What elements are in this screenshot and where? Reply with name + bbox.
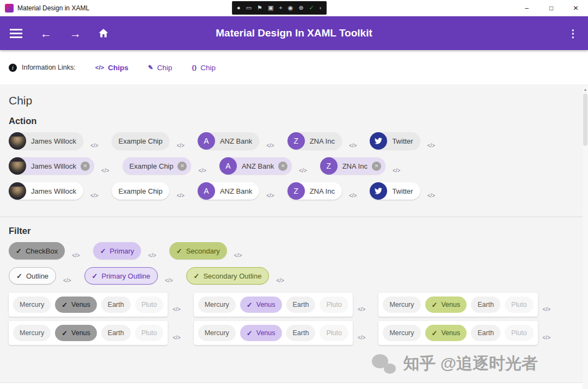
- choice-chip-earth[interactable]: Earth: [286, 325, 316, 341]
- filter-chip-outline[interactable]: ✓ Outline: [9, 267, 56, 285]
- filter-chip-checkbox[interactable]: ✓ CheckBox: [9, 242, 65, 260]
- code-sample-icon[interactable]: </>: [393, 168, 400, 174]
- disc-icon[interactable]: ◉: [288, 5, 293, 11]
- choice-chip-venus-selected[interactable]: ✓Venus: [55, 325, 97, 341]
- forward-icon[interactable]: →: [70, 28, 81, 39]
- chip-example[interactable]: Example Chip: [112, 132, 170, 150]
- code-sample-icon[interactable]: </>: [427, 143, 435, 149]
- app-title: Material Design In XAML Toolkit: [216, 27, 372, 39]
- choice-chip-earth[interactable]: Earth: [471, 325, 500, 341]
- choice-chip-mercury[interactable]: Mercury: [198, 325, 236, 341]
- choice-chip-mercury[interactable]: Mercury: [13, 325, 51, 341]
- minimize-button[interactable]: –: [514, 0, 539, 16]
- choice-chip-mercury[interactable]: Mercury: [383, 325, 420, 341]
- code-sample-icon[interactable]: </>: [358, 335, 365, 341]
- choice-chip-venus-selected[interactable]: ✓Venus: [55, 297, 97, 313]
- record-icon[interactable]: ●: [237, 5, 241, 11]
- code-sample-icon[interactable]: </>: [543, 306, 550, 312]
- code-sample-icon[interactable]: </>: [176, 193, 184, 199]
- filter-chip-secondary-outline[interactable]: ✓ Secondary Outline: [186, 267, 270, 285]
- collapse-icon[interactable]: ‹: [320, 5, 322, 11]
- code-sample-icon[interactable]: </>: [101, 168, 109, 174]
- choice-chip-mercury[interactable]: Mercury: [198, 297, 236, 313]
- link-chips[interactable]: </> Chips: [95, 64, 128, 72]
- chip-label: Venus: [441, 301, 460, 308]
- choice-chip-pluto-disabled: Pluto: [135, 325, 164, 341]
- code-sample-icon[interactable]: </>: [90, 193, 98, 199]
- code-sample-icon[interactable]: </>: [173, 335, 180, 341]
- choice-chip-mercury[interactable]: Mercury: [383, 297, 420, 313]
- choice-chip-pluto-disabled: Pluto: [320, 325, 348, 341]
- more-options-icon[interactable]: ⋮: [568, 27, 578, 40]
- code-sample-icon[interactable]: </>: [266, 193, 274, 199]
- filter-chip-primary-outline[interactable]: ✓ Primary Outline: [84, 267, 158, 285]
- flag-icon[interactable]: ⚑: [257, 5, 262, 11]
- code-sample-icon[interactable]: </>: [173, 306, 180, 312]
- choice-chip-venus-selected[interactable]: ✓Venus: [240, 297, 282, 313]
- code-sample-icon[interactable]: </>: [427, 193, 435, 199]
- choice-chip-pluto-disabled: Pluto: [135, 297, 164, 313]
- choice-chip-earth[interactable]: Earth: [101, 297, 131, 313]
- code-sample-icon[interactable]: </>: [176, 143, 184, 149]
- maximize-button[interactable]: □: [539, 0, 564, 16]
- code-sample-icon[interactable]: </>: [90, 143, 98, 149]
- code-sample-icon[interactable]: </>: [266, 143, 274, 149]
- home-icon[interactable]: [98, 28, 109, 39]
- chip-james-willock-deletable[interactable]: James Willock ✕: [9, 157, 94, 175]
- back-icon[interactable]: ←: [40, 28, 52, 39]
- code-sample-icon[interactable]: </>: [299, 168, 307, 174]
- code-sample-icon[interactable]: </>: [349, 143, 357, 149]
- action-row-2: James Willock ✕ </> Example Chip ✕ </> A…: [9, 153, 579, 178]
- move-icon[interactable]: +: [279, 5, 282, 11]
- chip-anz-bank-deletable[interactable]: A ANZ Bank ✕: [219, 157, 292, 175]
- chip-zna-inc-deletable[interactable]: Z ZNA Inc ✕: [320, 157, 385, 175]
- code-sample-icon[interactable]: </>: [543, 335, 550, 341]
- scroll-up-icon[interactable]: ▲: [583, 86, 588, 93]
- code-sample-icon[interactable]: </>: [276, 277, 284, 283]
- chip-twitter[interactable]: Twitter: [370, 132, 420, 150]
- menu-icon[interactable]: [10, 29, 22, 38]
- code-sample-icon[interactable]: </>: [148, 252, 156, 258]
- chip-label: ANZ Bank: [220, 187, 252, 195]
- choice-chip-venus-selected[interactable]: ✓Venus: [240, 325, 282, 341]
- code-sample-icon[interactable]: </>: [234, 252, 242, 258]
- chip-example-white[interactable]: Example Chip: [112, 182, 170, 200]
- scrollbar-thumb[interactable]: [583, 94, 587, 146]
- chip-twitter-white[interactable]: Twitter: [370, 182, 420, 200]
- window-capture-icon[interactable]: ▭: [246, 5, 252, 11]
- choice-chip-venus-selected[interactable]: ✓Venus: [425, 297, 467, 313]
- choice-chip-venus-selected[interactable]: ✓Venus: [425, 325, 467, 341]
- choice-chip-earth[interactable]: Earth: [101, 325, 131, 341]
- link-chip-edit[interactable]: ✎ Chip: [148, 64, 172, 72]
- chip-zna-inc-white[interactable]: Z ZNA Inc: [287, 182, 342, 200]
- chip-zna-inc[interactable]: Z ZNA Inc: [287, 132, 342, 150]
- action-row-3: James Willock </> Example Chip </> A ANZ…: [9, 178, 579, 203]
- chip-anz-bank[interactable]: A ANZ Bank: [198, 132, 259, 150]
- delete-icon[interactable]: ✕: [81, 162, 90, 171]
- link-chip-braces[interactable]: {} Chip: [192, 64, 216, 72]
- choice-chip-mercury[interactable]: Mercury: [13, 297, 51, 313]
- filter-chip-secondary[interactable]: ✓ Secondary: [169, 242, 227, 260]
- code-sample-icon[interactable]: </>: [198, 168, 206, 174]
- close-button[interactable]: ✕: [564, 0, 588, 16]
- code-sample-icon[interactable]: </>: [72, 252, 79, 258]
- chip-james-willock-white[interactable]: James Willock: [9, 182, 83, 200]
- chip-example-deletable[interactable]: Example Chip ✕: [122, 157, 192, 175]
- delete-icon[interactable]: ✕: [278, 162, 287, 171]
- code-sample-icon[interactable]: </>: [358, 306, 365, 312]
- delete-icon[interactable]: ✕: [177, 162, 187, 171]
- chip-james-willock[interactable]: James Willock: [9, 132, 83, 150]
- code-sample-icon[interactable]: </>: [63, 277, 71, 283]
- delete-icon[interactable]: ✕: [372, 162, 381, 171]
- vertical-scrollbar[interactable]: ▲: [583, 86, 588, 389]
- filter-row-2: ✓ Outline </> ✓ Primary Outline </> ✓ Se…: [9, 263, 579, 288]
- code-sample-icon[interactable]: </>: [165, 277, 173, 283]
- chip-anz-bank-white[interactable]: A ANZ Bank: [198, 182, 259, 200]
- globe-icon[interactable]: ⊕: [298, 5, 303, 11]
- filter-chip-primary[interactable]: ✓ Primary: [93, 242, 142, 260]
- choice-chip-earth[interactable]: Earth: [286, 297, 316, 313]
- confirm-icon[interactable]: ✓: [309, 5, 314, 11]
- choice-chip-earth[interactable]: Earth: [471, 297, 500, 313]
- region-icon[interactable]: ▣: [268, 5, 273, 11]
- code-sample-icon[interactable]: </>: [349, 193, 357, 199]
